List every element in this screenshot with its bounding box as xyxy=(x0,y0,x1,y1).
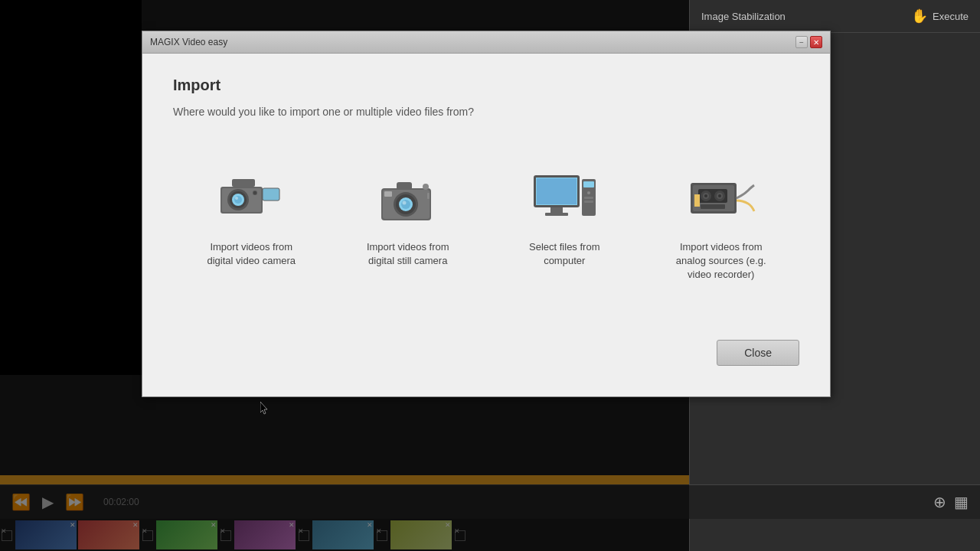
close-dialog-button[interactable]: Close xyxy=(717,340,799,366)
import-options: Import videos fromdigital video camera xyxy=(173,156,799,294)
option-label-still-camera: Import videos fromdigital still camera xyxy=(367,240,449,268)
dialog-close-button[interactable]: ✕ xyxy=(810,36,822,48)
dialog-title: MAGIX Video easy xyxy=(150,37,227,47)
import-option-digital-still-camera[interactable]: Import videos fromdigital still camera xyxy=(347,156,469,279)
import-option-analog[interactable]: Import videos fromanalog sources (e.g.vi… xyxy=(660,156,782,294)
svg-rect-14 xyxy=(397,182,412,190)
svg-rect-20 xyxy=(384,191,392,197)
right-panel-top: Image Stabilization ✋ Execute xyxy=(690,0,980,33)
svg-point-19 xyxy=(402,201,406,205)
filmstrip-button[interactable]: ▦ xyxy=(954,493,969,511)
minimize-button[interactable]: − xyxy=(795,36,808,48)
execute-icon: ✋ xyxy=(911,8,928,24)
video-camera-icon xyxy=(213,168,289,229)
dialog-content: Import Where would you like to import on… xyxy=(142,54,830,396)
dialog-subtitle: Where would you like to import one or mu… xyxy=(173,106,799,118)
svg-rect-25 xyxy=(537,178,577,204)
svg-rect-42 xyxy=(701,204,725,209)
svg-point-30 xyxy=(587,191,590,194)
dialog-titlebar: MAGIX Video easy − ✕ xyxy=(142,31,830,54)
svg-point-6 xyxy=(235,197,238,200)
svg-point-5 xyxy=(234,196,242,204)
svg-rect-29 xyxy=(583,181,594,187)
svg-rect-43 xyxy=(694,194,700,207)
import-dialog: MAGIX Video easy − ✕ Import Where would … xyxy=(142,31,831,397)
svg-rect-31 xyxy=(584,197,593,199)
execute-label: Execute xyxy=(933,11,969,22)
svg-point-41 xyxy=(718,194,721,197)
svg-rect-26 xyxy=(550,207,563,213)
computer-icon xyxy=(526,168,603,229)
svg-rect-27 xyxy=(545,213,568,216)
bottom-right-controls: ⊕ ▦ xyxy=(689,484,980,519)
dialog-footer: Close xyxy=(173,332,799,366)
svg-point-38 xyxy=(704,194,707,197)
image-stabilization-label: Image Stabilization xyxy=(701,11,786,22)
option-label-computer: Select files fromcomputer xyxy=(529,240,599,268)
option-label-video-camera: Import videos fromdigital video camera xyxy=(207,240,296,268)
svg-rect-22 xyxy=(427,193,430,199)
svg-point-18 xyxy=(401,200,410,209)
svg-point-21 xyxy=(423,184,429,190)
svg-rect-9 xyxy=(232,179,255,187)
zoom-in-button[interactable]: ⊕ xyxy=(933,493,946,511)
svg-rect-8 xyxy=(263,189,279,200)
option-label-analog: Import videos fromanalog sources (e.g.vi… xyxy=(676,240,766,282)
import-option-computer[interactable]: Select files fromcomputer xyxy=(503,156,626,279)
analog-icon xyxy=(683,168,760,229)
svg-rect-32 xyxy=(584,201,593,203)
import-option-digital-video-camera[interactable]: Import videos fromdigital video camera xyxy=(190,156,312,279)
dialog-heading: Import xyxy=(173,77,799,94)
still-camera-icon xyxy=(370,168,446,229)
execute-button[interactable]: ✋ Execute xyxy=(911,8,969,24)
window-buttons: − ✕ xyxy=(795,36,822,48)
svg-point-11 xyxy=(253,191,256,194)
